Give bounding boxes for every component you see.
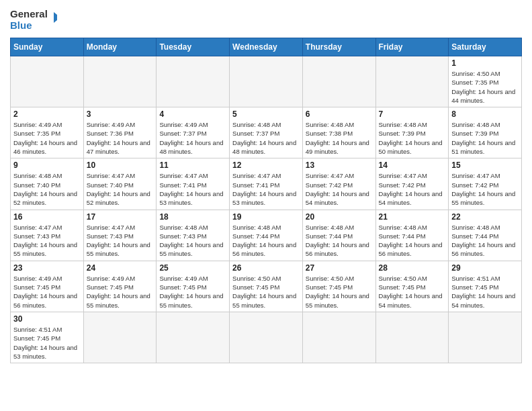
day-info: Sunrise: 4:50 AMSunset: 7:35 PMDaylight:… [451,69,519,105]
calendar-cell [375,312,449,363]
col-header-saturday: Saturday [449,38,522,56]
calendar-cell: 14Sunrise: 4:47 AMSunset: 7:42 PMDayligh… [375,158,449,210]
logo-svg: General Blue [10,7,57,32]
calendar-cell: 1Sunrise: 4:50 AMSunset: 7:35 PMDaylight… [449,56,522,107]
calendar-cell: 19Sunrise: 4:48 AMSunset: 7:44 PMDayligh… [230,210,303,261]
day-info: Sunrise: 4:50 AMSunset: 7:45 PMDaylight:… [379,274,446,310]
calendar-cell [83,312,157,363]
calendar-table: SundayMondayTuesdayWednesdayThursdayFrid… [10,38,522,363]
calendar-cell [302,56,375,107]
day-number: 8 [451,109,519,119]
calendar-cell: 23Sunrise: 4:49 AMSunset: 7:45 PMDayligh… [11,261,84,312]
day-number: 24 [87,263,154,273]
day-number: 7 [379,109,446,119]
day-number: 17 [87,212,154,222]
day-info: Sunrise: 4:47 AMSunset: 7:42 PMDaylight:… [451,171,519,207]
calendar-cell: 17Sunrise: 4:47 AMSunset: 7:43 PMDayligh… [83,210,157,261]
day-info: Sunrise: 4:47 AMSunset: 7:40 PMDaylight:… [87,171,154,207]
calendar-cell [302,312,375,363]
calendar-cell: 7Sunrise: 4:48 AMSunset: 7:39 PMDaylight… [375,107,449,158]
day-number: 23 [13,263,81,273]
calendar-cell: 8Sunrise: 4:48 AMSunset: 7:39 PMDaylight… [449,107,522,158]
day-number: 15 [451,161,519,170]
logo: General Blue [10,7,57,32]
day-number: 6 [306,109,373,119]
day-number: 28 [379,263,446,273]
day-info: Sunrise: 4:48 AMSunset: 7:44 PMDaylight:… [379,223,446,259]
calendar-header-row: SundayMondayTuesdayWednesdayThursdayFrid… [11,38,522,56]
day-info: Sunrise: 4:48 AMSunset: 7:39 PMDaylight:… [451,120,519,156]
calendar-cell: 18Sunrise: 4:48 AMSunset: 7:43 PMDayligh… [157,210,230,261]
day-info: Sunrise: 4:48 AMSunset: 7:44 PMDaylight:… [232,223,300,259]
calendar-cell: 3Sunrise: 4:49 AMSunset: 7:36 PMDaylight… [83,107,157,158]
calendar-week-4: 23Sunrise: 4:49 AMSunset: 7:45 PMDayligh… [11,261,522,312]
day-info: Sunrise: 4:48 AMSunset: 7:43 PMDaylight:… [159,223,226,259]
calendar-cell [230,312,303,363]
day-info: Sunrise: 4:49 AMSunset: 7:35 PMDaylight:… [13,120,81,156]
day-info: Sunrise: 4:47 AMSunset: 7:43 PMDaylight:… [13,223,81,259]
calendar-cell: 5Sunrise: 4:48 AMSunset: 7:37 PMDaylight… [230,107,303,158]
day-info: Sunrise: 4:49 AMSunset: 7:36 PMDaylight:… [87,120,154,156]
calendar-cell: 30Sunrise: 4:51 AMSunset: 7:45 PMDayligh… [11,312,84,363]
col-header-monday: Monday [83,38,157,56]
day-info: Sunrise: 4:48 AMSunset: 7:39 PMDaylight:… [379,120,446,156]
calendar-cell: 15Sunrise: 4:47 AMSunset: 7:42 PMDayligh… [449,158,522,210]
svg-marker-2 [54,12,57,23]
calendar-cell: 10Sunrise: 4:47 AMSunset: 7:40 PMDayligh… [83,158,157,210]
day-number: 5 [232,109,300,119]
day-number: 2 [13,109,81,119]
day-info: Sunrise: 4:48 AMSunset: 7:37 PMDaylight:… [232,120,300,156]
col-header-wednesday: Wednesday [230,38,303,56]
day-info: Sunrise: 4:48 AMSunset: 7:44 PMDaylight:… [451,223,519,259]
calendar-cell [157,56,230,107]
calendar-cell: 20Sunrise: 4:48 AMSunset: 7:44 PMDayligh… [302,210,375,261]
day-info: Sunrise: 4:51 AMSunset: 7:45 PMDaylight:… [13,325,81,361]
day-number: 25 [159,263,226,273]
day-number: 20 [306,212,373,222]
day-info: Sunrise: 4:47 AMSunset: 7:41 PMDaylight:… [159,171,226,207]
day-number: 22 [451,212,519,222]
calendar-cell: 11Sunrise: 4:47 AMSunset: 7:41 PMDayligh… [157,158,230,210]
day-info: Sunrise: 4:48 AMSunset: 7:40 PMDaylight:… [13,171,81,207]
day-number: 12 [232,161,300,170]
day-info: Sunrise: 4:48 AMSunset: 7:44 PMDaylight:… [306,223,373,259]
day-number: 30 [13,314,81,324]
calendar-week-0: 1Sunrise: 4:50 AMSunset: 7:35 PMDaylight… [11,56,522,107]
calendar-cell: 22Sunrise: 4:48 AMSunset: 7:44 PMDayligh… [449,210,522,261]
day-info: Sunrise: 4:49 AMSunset: 7:45 PMDaylight:… [159,274,226,310]
calendar-cell [11,56,84,107]
day-number: 4 [159,109,226,119]
day-info: Sunrise: 4:47 AMSunset: 7:42 PMDaylight:… [379,171,446,207]
calendar-cell: 6Sunrise: 4:48 AMSunset: 7:38 PMDaylight… [302,107,375,158]
day-number: 16 [13,212,81,222]
calendar-cell: 24Sunrise: 4:49 AMSunset: 7:45 PMDayligh… [83,261,157,312]
col-header-friday: Friday [375,38,449,56]
svg-text:General: General [10,8,48,19]
day-number: 26 [232,263,300,273]
day-info: Sunrise: 4:51 AMSunset: 7:45 PMDaylight:… [451,274,519,310]
day-info: Sunrise: 4:47 AMSunset: 7:41 PMDaylight:… [232,171,300,207]
calendar-week-5: 30Sunrise: 4:51 AMSunset: 7:45 PMDayligh… [11,312,522,363]
calendar-cell: 4Sunrise: 4:49 AMSunset: 7:37 PMDaylight… [157,107,230,158]
col-header-tuesday: Tuesday [157,38,230,56]
calendar-cell: 2Sunrise: 4:49 AMSunset: 7:35 PMDaylight… [11,107,84,158]
calendar-cell: 9Sunrise: 4:48 AMSunset: 7:40 PMDaylight… [11,158,84,210]
calendar-week-3: 16Sunrise: 4:47 AMSunset: 7:43 PMDayligh… [11,210,522,261]
calendar-cell: 25Sunrise: 4:49 AMSunset: 7:45 PMDayligh… [157,261,230,312]
day-info: Sunrise: 4:49 AMSunset: 7:45 PMDaylight:… [13,274,81,310]
day-number: 14 [379,161,446,170]
calendar-cell: 13Sunrise: 4:47 AMSunset: 7:42 PMDayligh… [302,158,375,210]
day-number: 29 [451,263,519,273]
day-number: 13 [306,161,373,170]
day-number: 10 [87,161,154,170]
day-number: 21 [379,212,446,222]
day-info: Sunrise: 4:49 AMSunset: 7:45 PMDaylight:… [87,274,154,310]
col-header-sunday: Sunday [11,38,84,56]
calendar-cell [449,312,522,363]
day-info: Sunrise: 4:49 AMSunset: 7:37 PMDaylight:… [159,120,226,156]
calendar-cell: 29Sunrise: 4:51 AMSunset: 7:45 PMDayligh… [449,261,522,312]
day-number: 27 [306,263,373,273]
day-number: 1 [451,58,519,68]
calendar-cell: 21Sunrise: 4:48 AMSunset: 7:44 PMDayligh… [375,210,449,261]
day-number: 18 [159,212,226,222]
